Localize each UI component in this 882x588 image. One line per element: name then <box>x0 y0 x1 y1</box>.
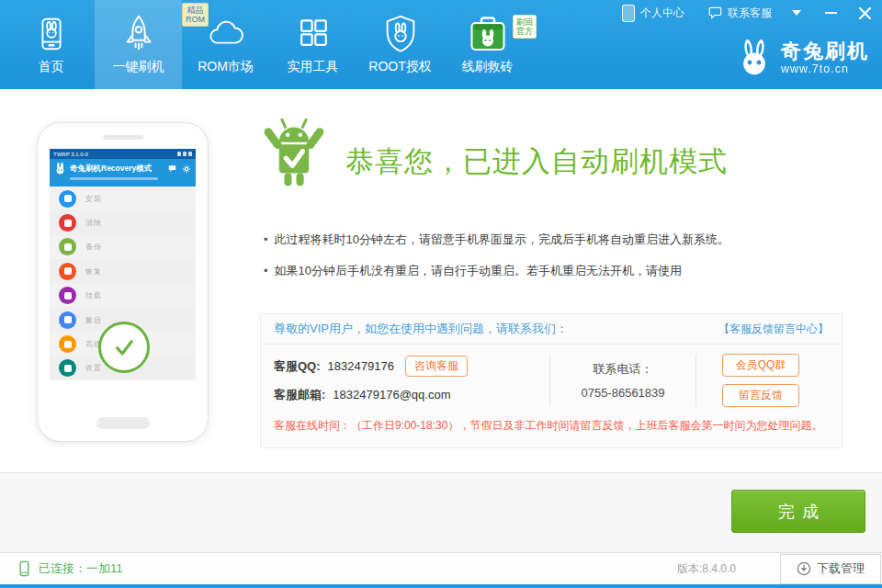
vip-buttons-column: 会员QQ群 留言反馈 <box>696 352 829 409</box>
recovery-title: 奇兔刷机Recovery模式 <box>70 164 152 175</box>
personal-center-link[interactable]: 个人中心 <box>640 6 684 21</box>
brand-name: 奇兔刷机 <box>781 40 869 62</box>
version-text: 版本:8.4.0.0 <box>677 561 736 577</box>
rabbit-mini-icon <box>54 162 66 175</box>
tab-label: ROOT授权 <box>368 59 431 75</box>
hero-section: 恭喜您，已进入自动刷机模式 <box>257 113 728 192</box>
download-manager-button[interactable]: 下载管理 <box>780 554 881 584</box>
consult-service-button[interactable]: 咨询客服 <box>405 356 468 377</box>
phone-contact-column: 联系电话： 0755-86561839 <box>550 352 695 409</box>
recovery-statusbar: TWRP 3.1.0-0 <box>50 149 196 159</box>
menu-icon <box>59 359 76 377</box>
tab-label: 实用工具 <box>288 59 339 75</box>
action-bar: 完成 <box>0 472 882 552</box>
tel-value: 0755-86561839 <box>581 386 664 400</box>
recovery-menu-item: 安装 <box>50 187 196 210</box>
vip-body: 客服QQ: 1832479176 咨询客服 客服邮箱: 1832479176@q… <box>261 345 842 413</box>
tab-one-key-flash[interactable]: 一键刷机 <box>95 0 182 89</box>
bullet-dot: • <box>264 263 268 279</box>
tel-label: 联系电话： <box>594 361 653 378</box>
qq-contact-column: 客服QQ: 1832479176 咨询客服 客服邮箱: 1832479176@q… <box>274 352 549 409</box>
gear-mini-icon <box>182 164 191 174</box>
titlebar: 个人中心 联系客服 <box>622 0 876 26</box>
recovery-header: 奇兔刷机Recovery模式 <box>50 159 196 187</box>
email-value: 1832479176@qq.com <box>333 388 450 401</box>
success-check-badge <box>98 322 150 373</box>
tab-utilities[interactable]: 实用工具 <box>269 0 356 89</box>
bullet-dot: • <box>264 232 268 248</box>
menu-icon <box>59 214 76 232</box>
app-window: 个人中心 联系客服 <box>0 0 882 588</box>
page-title: 恭喜您，已进入自动刷机模式 <box>345 142 728 181</box>
window-bottom-edge <box>0 584 882 588</box>
close-icon <box>859 7 871 19</box>
instruction-item: •此过程将耗时10分钟左右，请留意手机界面显示，完成后手机将自动重启进入新系统。 <box>264 232 842 248</box>
phone-speaker <box>103 135 143 140</box>
shield-rabbit-icon <box>379 12 422 56</box>
menu-icon <box>59 190 76 208</box>
contact-service-link[interactable]: 联系客服 <box>708 6 772 21</box>
leave-feedback-button[interactable]: 留言反馈 <box>722 384 799 407</box>
rabbit-logo-icon <box>736 37 773 79</box>
contact-service-label: 联系客服 <box>728 6 772 21</box>
vip-header-text: 尊敬的VIP用户，如您在使用中遇到问题，请联系我们： <box>274 321 568 337</box>
finish-button[interactable]: 完成 <box>731 490 865 533</box>
badge-line: 官方 <box>516 27 533 36</box>
member-qq-group-button[interactable]: 会员QQ群 <box>722 354 799 377</box>
connected-phone-icon <box>18 560 30 578</box>
rom-market-badge: 精品 ROM <box>182 3 209 27</box>
service-hours-notice: 客服在线时间：（工作日9:00-18:30），节假日及非工作时间请留言反馈，上班… <box>261 413 842 439</box>
brand-logo: 奇兔刷机 www.7to.cn <box>736 37 869 79</box>
dropdown-caret-icon[interactable] <box>792 10 801 16</box>
recovery-menu-item: 备份 <box>50 235 196 259</box>
main-content: TWRP 3.1.0-0 奇兔刷机Recovery模式 <box>0 89 882 472</box>
grid-icon <box>293 12 334 56</box>
phone-home-button <box>96 417 150 429</box>
tab-wire-flash-rescue[interactable]: 刷回 官方 线刷救砖 <box>444 0 531 89</box>
tab-label: 线刷救砖 <box>462 59 514 75</box>
badge-line: ROM <box>186 15 205 24</box>
android-robot-icon <box>257 113 331 192</box>
download-manager-label: 下载管理 <box>817 560 865 577</box>
connection-text: 已连接：一加11 <box>39 560 123 577</box>
feedback-center-link[interactable]: 【客服反馈留言中心】 <box>718 322 829 337</box>
tab-label: 一键刷机 <box>113 59 164 75</box>
chat-bubble-icon <box>708 6 722 19</box>
recovery-subtitle <box>70 177 158 180</box>
green-toolbox-rabbit-icon <box>466 12 510 56</box>
email-label: 客服邮箱: <box>274 387 325 403</box>
recovery-menu-item: 恢复 <box>50 259 196 283</box>
qq-label: 客服QQ: <box>274 358 321 375</box>
tab-label: ROM市场 <box>198 59 254 75</box>
badge-line: 刷回 <box>516 17 533 27</box>
instruction-text: 此过程将耗时10分钟左右，请留意手机界面显示，完成后手机将自动重启进入新系统。 <box>275 232 729 248</box>
tab-root-auth[interactable]: ROOT授权 <box>356 0 444 89</box>
vip-contact-box: 尊敬的VIP用户，如您在使用中遇到问题，请联系我们： 【客服反馈留言中心】 客服… <box>260 313 842 448</box>
close-button[interactable] <box>859 7 871 19</box>
recovery-menu-item: 清除 <box>50 210 196 234</box>
phone-preview: TWRP 3.1.0-0 奇兔刷机Recovery模式 <box>37 122 209 442</box>
menu-icon <box>59 287 76 304</box>
recovery-version-text: TWRP 3.1.0-0 <box>53 152 88 157</box>
qq-value: 1832479176 <box>328 359 394 373</box>
user-device-icon <box>622 5 635 22</box>
connection-status: 已连接：一加11 <box>18 560 123 578</box>
minimize-button[interactable] <box>825 12 837 14</box>
tab-home[interactable]: 首页 <box>7 0 95 89</box>
tab-rom-market[interactable]: 精品 ROM ROM市场 <box>182 0 269 89</box>
vip-header: 尊敬的VIP用户，如您在使用中遇到问题，请联系我们： 【客服反馈留言中心】 <box>261 314 842 345</box>
rocket-icon <box>118 12 160 56</box>
checkmark-icon <box>108 332 140 363</box>
menu-icon <box>59 335 76 353</box>
chat-mini-icon <box>168 164 176 173</box>
main-nav: 首页 一键刷机 精品 ROM <box>7 0 531 89</box>
cloud-icon <box>203 12 249 56</box>
badge-line: 精品 <box>187 6 204 15</box>
tab-label: 首页 <box>39 59 64 75</box>
brand-site: www.7to.cn <box>781 62 869 75</box>
rescue-badge: 刷回 官方 <box>513 15 537 39</box>
instruction-list: •此过程将耗时10分钟左右，请留意手机界面显示，完成后手机将自动重启进入新系统。… <box>264 232 842 294</box>
menu-icon <box>59 263 76 280</box>
recovery-status-icons <box>177 152 192 156</box>
menu-icon <box>59 238 76 255</box>
